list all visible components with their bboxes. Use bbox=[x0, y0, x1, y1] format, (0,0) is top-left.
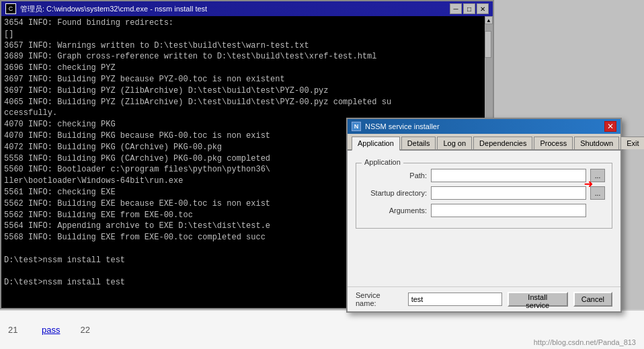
args-field-row: Arguments: bbox=[363, 204, 605, 217]
cmd-titlebar: C 管理员: C:\windows\system32\cmd.exe - nss… bbox=[1, 1, 493, 16]
nssm-tabs: Application Details Log on Dependencies … bbox=[348, 134, 620, 151]
cancel-button[interactable]: Cancel bbox=[573, 292, 612, 307]
application-group: Application ➜ Path: ... Startup director… bbox=[356, 163, 612, 229]
tab-application[interactable]: Application bbox=[352, 137, 400, 151]
startup-label: Startup directory: bbox=[363, 189, 427, 197]
cmd-icon: C bbox=[5, 3, 16, 14]
nssm-bottom-row: Service name: Install service Cancel bbox=[348, 286, 620, 311]
scrollbar-up-button[interactable]: ▲ bbox=[485, 16, 493, 24]
tab-logon[interactable]: Log on bbox=[437, 137, 472, 149]
page-row: 21 pass 22 http://blog.csdn.net/Panda_81… bbox=[0, 309, 644, 349]
page-number-22: 22 bbox=[80, 325, 93, 335]
nssm-titlebar: N NSSM service installer ✕ bbox=[348, 119, 620, 134]
tab-process[interactable]: Process bbox=[534, 137, 573, 149]
cmd-maximize-button[interactable]: □ bbox=[463, 3, 475, 14]
cmd-window-controls: ─ □ ✕ bbox=[450, 3, 489, 14]
service-name-input[interactable] bbox=[408, 293, 502, 306]
args-label: Arguments: bbox=[363, 206, 427, 215]
pass-link[interactable]: pass bbox=[42, 325, 60, 335]
tab-dependencies[interactable]: Dependencies bbox=[473, 137, 532, 149]
install-service-button[interactable]: Install service bbox=[508, 292, 568, 307]
nssm-title: NSSM service installer bbox=[365, 122, 604, 130]
nssm-icon: N bbox=[352, 122, 361, 131]
arrow-hint: ➜ bbox=[584, 176, 593, 194]
nssm-dialog: N NSSM service installer ✕ Application D… bbox=[346, 118, 622, 313]
tab-shutdown[interactable]: Shutdown bbox=[574, 137, 619, 149]
cmd-close-button[interactable]: ✕ bbox=[477, 3, 489, 14]
nssm-body: Application ➜ Path: ... Startup director… bbox=[348, 151, 620, 286]
cmd-minimize-button[interactable]: ─ bbox=[450, 3, 462, 14]
application-group-label: Application bbox=[362, 158, 403, 166]
page-number-21: 21 bbox=[8, 325, 22, 335]
tab-details[interactable]: Details bbox=[401, 137, 436, 149]
cmd-title: 管理员: C:\windows\system32\cmd.exe - nssm … bbox=[20, 4, 450, 14]
scrollbar-thumb[interactable] bbox=[485, 31, 491, 58]
path-field-row: Path: ... bbox=[363, 169, 605, 182]
watermark-url: http://blog.csdn.net/Panda_813 bbox=[534, 338, 636, 346]
args-input[interactable] bbox=[431, 204, 586, 217]
startup-input[interactable] bbox=[431, 186, 586, 200]
service-name-label: Service name: bbox=[356, 291, 403, 307]
startup-field-row: Startup directory: ... bbox=[363, 186, 605, 200]
tab-exit[interactable]: Exit bbox=[620, 137, 644, 149]
path-label: Path: bbox=[363, 171, 427, 180]
path-input[interactable] bbox=[431, 169, 586, 182]
nssm-close-button[interactable]: ✕ bbox=[604, 121, 616, 132]
